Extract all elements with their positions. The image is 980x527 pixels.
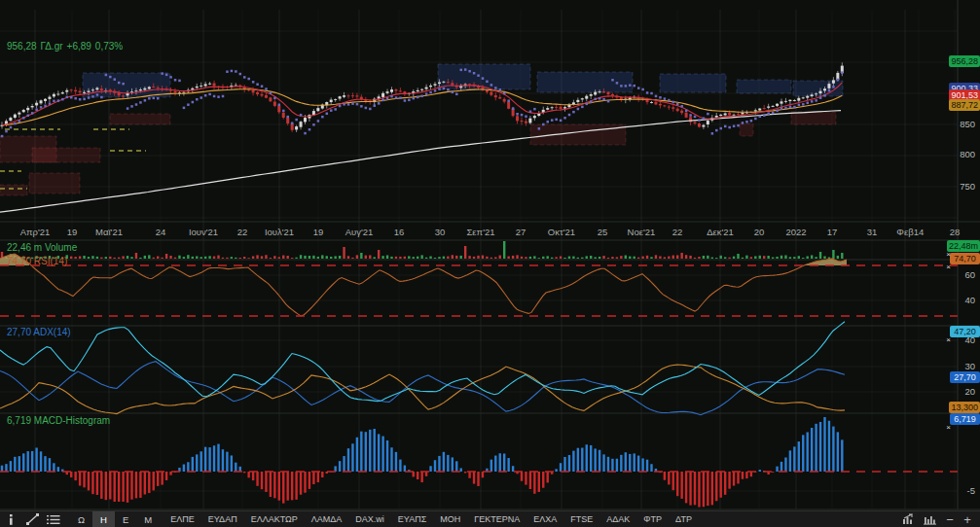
- chart-plot[interactable]: [0, 0, 980, 510]
- adx-badge-close-icon[interactable]: ×: [946, 336, 951, 344]
- bottom-toolbar: ΩHEM ΕΛΠΕΕΥΔΑΠΕΛΛΑΚΤΩΡΛΑΜΔΑDAX.wiΕΥΑΠΣΜΟ…: [0, 510, 980, 527]
- adx-axis-label: 30: [964, 361, 975, 371]
- symbol-tab-ΕΛΛΑΚΤΩΡ[interactable]: ΕΛΛΑΚΤΩΡ: [244, 511, 305, 527]
- mode-button-M[interactable]: M: [136, 511, 160, 527]
- symbol-tab-ΓΕΚΤΕΡΝΑ[interactable]: ΓΕΚΤΕΡΝΑ: [467, 511, 526, 527]
- date-tick: Μαϊ'21: [95, 227, 123, 237]
- histogram-view-icon[interactable]: [920, 512, 941, 527]
- symbol-tab-ΕΛΧΑ[interactable]: ΕΛΧΑ: [526, 511, 563, 527]
- chart-overview-icon[interactable]: [898, 512, 920, 527]
- price-badge: 956,28: [949, 55, 980, 67]
- symbol-tab-ΑΔΑΚ[interactable]: ΑΔΑΚ: [599, 511, 636, 527]
- indicator-list-icon[interactable]: [43, 512, 64, 527]
- date-tick: 24: [156, 227, 166, 237]
- adx-badge: 27,70: [950, 371, 980, 383]
- toolbar-right-group: − +: [898, 512, 980, 527]
- date-tick: Οκτ'21: [548, 227, 575, 237]
- macd-badge: 6,719: [950, 413, 980, 425]
- adx-panel-label: 27,70 ADX(14): [7, 327, 71, 337]
- symbol-tab-DAX.wi[interactable]: DAX.wi: [348, 511, 391, 527]
- date-tick: Αυγ'21: [345, 227, 374, 237]
- chart-canvas[interactable]: 956,28ΓΔ.gr+6,890,73% 22,46 m Volume 74,…: [0, 0, 980, 510]
- symbol-tab-ΜΟΗ[interactable]: ΜΟΗ: [433, 511, 467, 527]
- symbol-tab-ΕΥΑΠΣ[interactable]: ΕΥΑΠΣ: [391, 511, 433, 527]
- macd-axis-label: -5: [967, 485, 975, 496]
- price-axis-label: 750: [960, 181, 975, 192]
- date-tick: Απρ'21: [20, 227, 51, 237]
- mode-button-Ω[interactable]: Ω: [70, 511, 92, 527]
- rsi-badge-close-icon[interactable]: ×: [946, 264, 951, 271]
- zoom-in-button[interactable]: +: [959, 512, 976, 527]
- rsi-axis-label: 60: [964, 269, 975, 280]
- price-axis-label: 850: [960, 119, 975, 129]
- mode-button-H[interactable]: H: [92, 511, 115, 527]
- adx-axis-label: 20: [964, 386, 975, 397]
- adx-badge: 47,20: [950, 326, 980, 337]
- date-tick: 14: [914, 227, 925, 237]
- symbol-tab-ΕΛΠΕ[interactable]: ΕΛΠΕ: [163, 511, 201, 527]
- volume-badge: 22,48m: [947, 240, 980, 252]
- date-tick: 28: [950, 227, 961, 237]
- rsi-panel-label: 74,70 RSI(14): [7, 256, 67, 266]
- date-tick: 16: [394, 227, 405, 237]
- mode-button-E[interactable]: E: [115, 511, 136, 527]
- price-badge: 887,72: [949, 99, 980, 111]
- macd-badge-close-icon[interactable]: ×: [946, 424, 951, 432]
- zoom-out-button[interactable]: −: [941, 512, 959, 527]
- date-tick: 27: [516, 227, 526, 237]
- trendline-tool-icon[interactable]: [21, 512, 43, 527]
- date-tick: 19: [67, 227, 78, 237]
- date-tick: Φεβ: [896, 227, 913, 237]
- volume-panel-label: 22,46 m Volume: [7, 242, 77, 253]
- date-tick: 31: [867, 227, 878, 237]
- date-tick: 22: [237, 227, 248, 237]
- quote-symbol: ΓΔ.gr: [41, 41, 63, 52]
- date-tick: Σεπ'21: [466, 227, 494, 237]
- date-tick: 25: [598, 227, 608, 237]
- date-tick: 19: [313, 227, 324, 237]
- date-tick: Ιουλ'21: [265, 227, 294, 237]
- price-axis-label: 800: [960, 149, 975, 159]
- symbol-tab-ΕΥΔΑΠ[interactable]: ΕΥΔΑΠ: [201, 511, 244, 527]
- date-tick: 22: [672, 227, 683, 237]
- symbol-tab-ΛΑΜΔΑ[interactable]: ΛΑΜΔΑ: [305, 511, 349, 527]
- adx-badge: 13,300: [949, 402, 980, 413]
- quote-change-pct: 0,73%: [95, 41, 123, 52]
- date-tick: Νοε'21: [628, 227, 656, 237]
- rsi-axis-label: 40: [964, 295, 975, 305]
- date-tick: Δεκ'21: [707, 227, 734, 237]
- symbol-tab-FTSE[interactable]: FTSE: [563, 511, 599, 527]
- symbol-tab-ΦΤΡ[interactable]: ΦΤΡ: [636, 511, 669, 527]
- date-tick: Ιουν'21: [189, 227, 218, 237]
- trading-app-window: 956,28ΓΔ.gr+6,890,73% 22,46 m Volume 74,…: [0, 0, 980, 527]
- info-icon[interactable]: [0, 512, 21, 527]
- rsi-badge: 74,70: [950, 253, 980, 264]
- date-tick: 20: [754, 227, 765, 237]
- date-tick: 30: [435, 227, 446, 237]
- macd-panel-label: 6,719 MACD-Histogram: [7, 415, 110, 426]
- date-tick: 2022: [785, 227, 806, 237]
- date-tick: 17: [827, 227, 838, 237]
- quote-change: +6,89: [67, 41, 91, 52]
- symbol-tab-ΔΤΡ[interactable]: ΔΤΡ: [669, 511, 699, 527]
- volume-badge-close-icon[interactable]: ×: [946, 251, 951, 259]
- quote-line: 956,28ΓΔ.gr+6,890,73%: [7, 41, 127, 52]
- quote-price: 956,28: [7, 41, 37, 52]
